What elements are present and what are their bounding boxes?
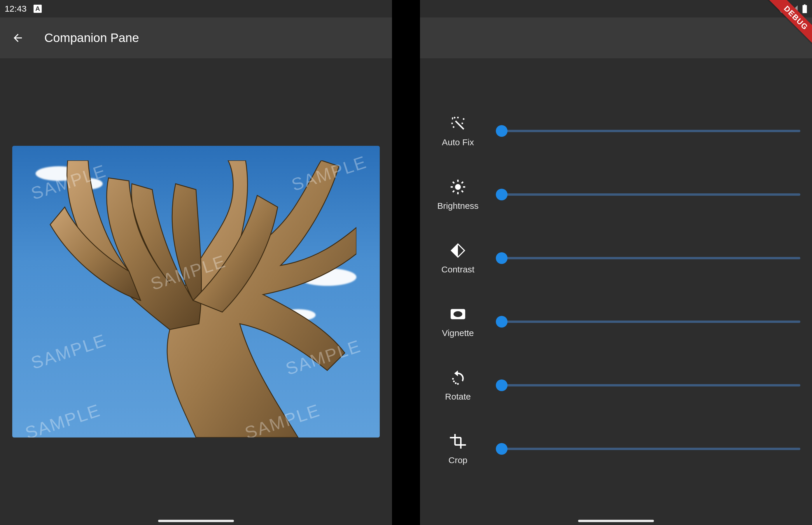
app-indicator-icon: A (33, 5, 42, 13)
control-contrast-label: Contrast (441, 265, 474, 274)
control-vignette-button[interactable]: Vignette (432, 305, 484, 338)
control-brightness-label: Brightness (437, 201, 479, 211)
nav-handle[interactable] (578, 520, 654, 522)
page-title: Companion Pane (44, 31, 139, 45)
tree-illustration (35, 161, 357, 437)
control-row-brightness: Brightness (432, 163, 800, 226)
control-rotate-label: Rotate (445, 392, 471, 402)
sample-image: SAMPLE SAMPLE SAMPLE SAMPLE SAMPLE SAMPL… (12, 146, 380, 437)
nav-handle[interactable] (158, 520, 234, 522)
slider-track (502, 448, 800, 450)
control-vignette-label: Vignette (442, 328, 474, 338)
controls-panel: Auto Fix Brightness Contrast Vignette (420, 58, 812, 504)
control-row-rotate: Rotate (432, 354, 800, 417)
image-preview-area: SAMPLE SAMPLE SAMPLE SAMPLE SAMPLE SAMPL… (0, 58, 392, 525)
brightness-icon (449, 178, 467, 196)
slider-track (502, 320, 800, 323)
wand-icon (449, 115, 467, 132)
slider-crop[interactable] (502, 443, 800, 455)
status-bar: 12:43 A (0, 0, 392, 17)
app-bar: Companion Pane (0, 17, 392, 58)
control-auto_fix-button[interactable]: Auto Fix (432, 115, 484, 147)
control-crop-button[interactable]: Crop (432, 433, 484, 465)
slider-thumb[interactable] (496, 252, 508, 264)
left-pane: 12:43 A Companion Pane (0, 0, 392, 525)
slider-thumb[interactable] (496, 379, 508, 391)
slider-track (502, 384, 800, 387)
control-row-contrast: Contrast (432, 226, 800, 290)
slider-thumb[interactable] (496, 443, 508, 455)
battery-icon (802, 4, 807, 13)
slider-brightness[interactable] (502, 189, 800, 200)
control-row-vignette: Vignette (432, 290, 800, 354)
control-row-crop: Crop (432, 417, 800, 481)
status-bar-right (420, 0, 812, 17)
control-crop-label: Crop (448, 455, 467, 465)
slider-contrast[interactable] (502, 252, 800, 264)
slider-vignette[interactable] (502, 316, 800, 328)
slider-rotate[interactable] (502, 379, 800, 391)
rotate-icon (449, 369, 467, 387)
app-bar-right (420, 17, 812, 58)
status-time: 12:43 (5, 4, 27, 14)
crop-icon (449, 433, 467, 450)
control-contrast-button[interactable]: Contrast (432, 242, 484, 274)
control-brightness-button[interactable]: Brightness (432, 178, 484, 211)
control-auto_fix-label: Auto Fix (442, 137, 474, 147)
slider-track (502, 193, 800, 196)
slider-track (502, 257, 800, 259)
vignette-icon (449, 305, 467, 323)
right-pane: DEBUG Auto Fix (420, 0, 812, 525)
slider-thumb[interactable] (496, 189, 508, 200)
slider-auto_fix[interactable] (502, 125, 800, 137)
contrast-icon (449, 242, 467, 259)
back-arrow-icon[interactable] (12, 32, 24, 44)
control-rotate-button[interactable]: Rotate (432, 369, 484, 402)
slider-track (502, 130, 800, 132)
slider-thumb[interactable] (496, 125, 508, 137)
control-row-auto_fix: Auto Fix (432, 99, 800, 163)
slider-thumb[interactable] (496, 316, 508, 328)
